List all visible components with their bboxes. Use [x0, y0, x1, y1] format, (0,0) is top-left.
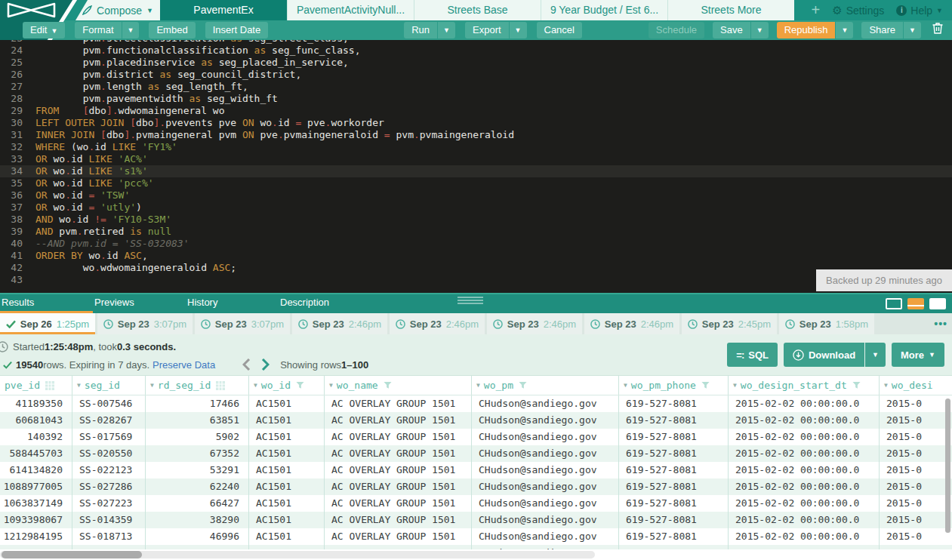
- column-header-wo_id[interactable]: ▼wo_id: [249, 376, 325, 395]
- funnel-icon[interactable]: [701, 381, 710, 389]
- preserve-data-link[interactable]: Preserve Data: [153, 359, 215, 371]
- grid-icon[interactable]: [45, 381, 54, 390]
- insert-date-button[interactable]: Insert Date: [205, 22, 269, 38]
- sort-caret-icon[interactable]: ▼: [254, 376, 257, 395]
- funnel-icon[interactable]: [852, 381, 861, 389]
- cell-wo_pm: CHudson@sandiego.gov: [472, 495, 619, 512]
- column-header-wo_desi[interactable]: ▼wo_desi: [880, 376, 952, 395]
- cell-rd_seg_id: 5902: [146, 429, 249, 445]
- workbook-tab[interactable]: PavementEx: [160, 0, 287, 20]
- column-header-wo_name[interactable]: ▼wo_name: [325, 376, 472, 395]
- cell-pve_id: 614134820: [0, 462, 72, 478]
- app-logo[interactable]: [0, 0, 75, 20]
- vertical-scrollbar[interactable]: [945, 398, 950, 533]
- column-header-wo_design_start_dt[interactable]: ▼wo_design_start_dt: [729, 376, 880, 395]
- took-value: 0.3 seconds.: [117, 341, 176, 352]
- sort-caret-icon[interactable]: ▼: [624, 376, 627, 395]
- showing-range: 1–100: [341, 359, 368, 371]
- export-button[interactable]: Export: [465, 22, 509, 38]
- line-number: 40: [0, 238, 23, 250]
- help-menu[interactable]: i Help ▼: [896, 5, 943, 17]
- export-dropdown-button[interactable]: ▼: [510, 22, 527, 38]
- settings-menu[interactable]: ⚙ Settings: [832, 4, 884, 17]
- column-header-rd_seg_id[interactable]: ▼rd_seg_id: [146, 376, 249, 395]
- run-tab-time: 2:46pm: [544, 318, 576, 330]
- republish-button[interactable]: Republish: [777, 22, 836, 38]
- compose-tab[interactable]: Compose ▼: [75, 0, 160, 20]
- view-sql-button[interactable]: =: SQL: [727, 343, 778, 367]
- code-line: 26 pvm.district as seg_council_district,: [0, 69, 952, 81]
- share-button[interactable]: Share: [861, 22, 903, 38]
- sort-caret-icon[interactable]: ▼: [733, 376, 737, 395]
- cell-wo_desi: 2015-0: [880, 462, 952, 478]
- run-tab[interactable]: Sep 232:46pm: [292, 313, 387, 334]
- run-tab[interactable]: Sep 232:46pm: [584, 313, 679, 334]
- run-tab[interactable]: Sep 231:58pm: [779, 313, 874, 334]
- embed-button[interactable]: Embed: [149, 22, 195, 38]
- share-dropdown-button[interactable]: ▼: [904, 22, 921, 38]
- delete-report-button[interactable]: [929, 22, 946, 38]
- run-button[interactable]: Run: [404, 22, 437, 38]
- format-button[interactable]: Format: [75, 22, 121, 38]
- cell-wo_name: AC OVERLAY GROUP 1501: [325, 528, 472, 545]
- run-tab[interactable]: Sep 261:25pm: [0, 313, 95, 334]
- next-page-icon[interactable]: [261, 358, 270, 371]
- app-window: Compose ▼ PavementExPavementActivityNull…: [0, 0, 952, 560]
- run-tab[interactable]: Sep 232:45pm: [682, 313, 777, 334]
- run-tab[interactable]: Sep 232:46pm: [390, 313, 485, 334]
- cell-seg_id: SS-022123: [72, 462, 146, 478]
- download-dropdown-button[interactable]: ▼: [865, 343, 886, 367]
- cancel-button[interactable]: Cancel: [537, 22, 582, 38]
- code-line: 42 wo.wdwomaingeneraloid ASC;: [0, 262, 952, 274]
- sql-editor[interactable]: 23 pvm.streetclassification as seg_stree…: [0, 40, 952, 293]
- edit-button[interactable]: Edit▼: [23, 22, 65, 38]
- schedule-button[interactable]: Schedule: [649, 22, 704, 38]
- clock-icon: [396, 319, 405, 329]
- funnel-icon[interactable]: [296, 381, 304, 389]
- pane-resize-handle[interactable]: [458, 297, 483, 306]
- results-tab-results[interactable]: Results: [0, 294, 93, 313]
- cell-rd_seg_id: 63851: [146, 412, 249, 429]
- column-header-seg_id[interactable]: ▼seg_id: [72, 376, 146, 395]
- results-tab-history[interactable]: History: [186, 294, 279, 313]
- funnel-icon[interactable]: [519, 381, 527, 389]
- sort-caret-icon[interactable]: ▼: [884, 376, 888, 395]
- workbook-tab[interactable]: PavementActivityNull...: [287, 0, 414, 20]
- sort-caret-icon[interactable]: ▼: [150, 376, 154, 395]
- split-view-toggle-icon[interactable]: [907, 298, 924, 309]
- workbook-tab[interactable]: 9 Year Budget / Est 6...: [541, 0, 667, 20]
- run-tab-time: 1:25pm: [57, 318, 89, 330]
- column-header-pve_id[interactable]: pve_id: [0, 376, 72, 395]
- column-header-wo_pm[interactable]: ▼wo_pm: [472, 376, 619, 395]
- sort-caret-icon[interactable]: ▼: [476, 376, 480, 395]
- save-button[interactable]: Save: [713, 22, 750, 38]
- backup-status-tooltip: Backed up 29 minutes ago: [816, 269, 952, 291]
- sort-caret-icon[interactable]: ▼: [329, 376, 333, 395]
- column-header-wo_pm_phone[interactable]: ▼wo_pm_phone: [619, 376, 729, 395]
- format-dropdown-button[interactable]: ▼: [122, 22, 140, 38]
- results-tab-previews[interactable]: Previews: [93, 294, 186, 313]
- workbook-tab[interactable]: Streets Base: [414, 0, 541, 20]
- results-view-toggle-icon[interactable]: [929, 298, 946, 309]
- run-tab[interactable]: Sep 232:46pm: [487, 313, 582, 334]
- run-tab[interactable]: Sep 233:07pm: [97, 313, 193, 334]
- workbook-tab[interactable]: Streets More: [667, 0, 794, 20]
- hscroll-thumb[interactable]: [2, 551, 142, 558]
- new-tab-plus-icon[interactable]: +: [812, 0, 821, 20]
- save-dropdown-button[interactable]: ▼: [751, 22, 769, 38]
- more-runs-button[interactable]: •••: [934, 318, 947, 330]
- sort-caret-icon[interactable]: ▼: [77, 376, 81, 395]
- editor-view-toggle-icon[interactable]: [886, 298, 902, 309]
- run-tab[interactable]: Sep 233:07pm: [195, 313, 290, 334]
- results-tab-description[interactable]: Description: [279, 294, 371, 313]
- line-number: 32: [0, 141, 23, 153]
- cell-seg_id: SS-007546: [72, 395, 146, 412]
- funnel-icon[interactable]: [384, 381, 392, 389]
- table-row: 1212984195SS-01871346996AC1501AC OVERLAY…: [0, 528, 952, 545]
- more-button[interactable]: More▼: [892, 343, 944, 367]
- prev-page-icon[interactable]: [242, 358, 251, 371]
- run-dropdown-button[interactable]: ▼: [438, 22, 455, 38]
- republish-dropdown-button[interactable]: ▼: [836, 22, 853, 38]
- grid-icon[interactable]: [216, 381, 225, 390]
- download-button[interactable]: Download: [784, 343, 864, 367]
